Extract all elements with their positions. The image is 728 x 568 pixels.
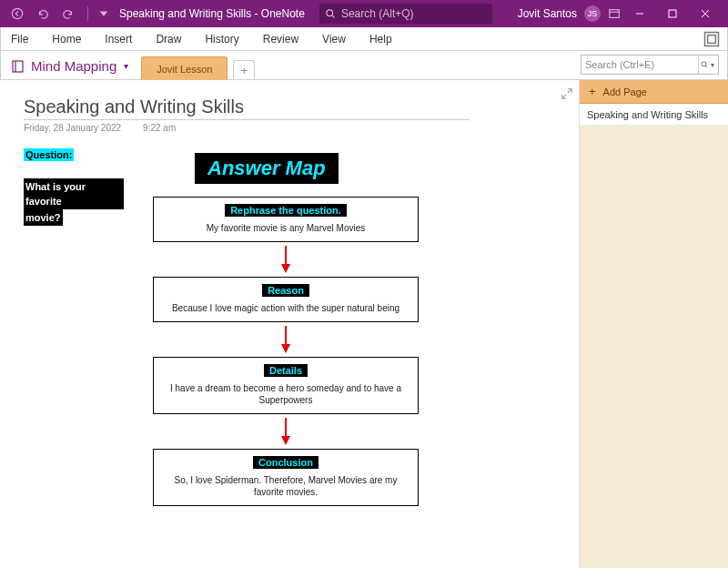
svg-point-1 xyxy=(327,10,333,16)
window-controls xyxy=(624,0,721,27)
page-body: Speaking and Writing Skills Friday, 28 J… xyxy=(0,80,564,149)
notebook-name: Mind Mapping xyxy=(31,58,116,74)
flow-text: Because I love magic action with the sup… xyxy=(159,302,412,314)
arrow-down-icon xyxy=(153,242,419,277)
notebook-bar: Mind Mapping ▾ Jovit Lesson + Search (Ct… xyxy=(0,51,728,80)
search-icon xyxy=(325,8,336,19)
back-button[interactable] xyxy=(7,4,27,24)
titlebar-search[interactable]: Search (Alt+Q) xyxy=(319,4,492,24)
answer-map-title-text: Answer Map xyxy=(195,153,339,184)
page-search-placeholder: Search (Ctrl+E) xyxy=(585,59,698,70)
flow-heading: Conclusion xyxy=(253,456,318,469)
notebook-selector[interactable]: Mind Mapping ▾ xyxy=(11,58,128,79)
svg-rect-2 xyxy=(610,10,620,18)
page-meta: Friday, 28 January 2022 9:22 am xyxy=(24,123,541,133)
document-title: Speaking and Writing Skills xyxy=(119,7,251,20)
ribbon-tab-view[interactable]: View xyxy=(318,28,349,50)
question-line-1: What is your favorite xyxy=(24,178,124,209)
ribbon-tab-file[interactable]: File xyxy=(7,28,32,50)
question-line-2: movie? xyxy=(24,209,63,226)
titlebar-left xyxy=(7,4,110,24)
svg-rect-4 xyxy=(705,32,719,46)
ribbon-tab-review[interactable]: Review xyxy=(259,28,302,50)
titlebar: Speaking and Writing Skills - OneNote Se… xyxy=(0,0,728,27)
section-tabs: Jovit Lesson + xyxy=(141,56,255,79)
svg-rect-6 xyxy=(13,61,23,72)
svg-rect-5 xyxy=(708,35,716,43)
title-underline xyxy=(24,119,470,120)
customize-qat-button[interactable] xyxy=(97,4,110,24)
titlebar-separator xyxy=(87,6,88,21)
page-title[interactable]: Speaking and Writing Skills xyxy=(24,96,541,117)
svg-point-7 xyxy=(701,62,705,66)
svg-marker-9 xyxy=(281,264,290,273)
app-name: - OneNote xyxy=(251,7,305,20)
add-page-button[interactable]: + Add Page xyxy=(580,80,728,104)
fullscreen-icon[interactable] xyxy=(703,30,721,48)
main-area: Speaking and Writing Skills Friday, 28 J… xyxy=(0,80,728,568)
page-list-item[interactable]: Speaking and Writing Skills xyxy=(580,104,728,126)
undo-button[interactable] xyxy=(33,4,53,24)
arrow-down-icon xyxy=(153,322,419,357)
flow-heading: Details xyxy=(264,364,308,377)
ribbon-tab-home[interactable]: Home xyxy=(48,28,85,50)
chevron-down-icon: ▾ xyxy=(711,61,714,69)
ribbon-display-button[interactable] xyxy=(604,4,624,24)
flow-box-rephrase: Rephrase the question. My favorite movie… xyxy=(153,197,419,242)
svg-rect-3 xyxy=(669,10,676,17)
page-search-button[interactable]: ▾ xyxy=(698,56,714,74)
user-account[interactable]: Jovit Santos JS xyxy=(518,5,601,22)
arrow-down-icon xyxy=(153,414,419,449)
svg-marker-11 xyxy=(281,344,290,353)
flow-chart: Rephrase the question. My favorite movie… xyxy=(153,197,419,506)
notebook-icon xyxy=(11,59,25,74)
window-title: Speaking and Writing Skills - OneNote xyxy=(119,7,305,20)
search-icon xyxy=(700,60,709,69)
section-tab-active[interactable]: Jovit Lesson xyxy=(141,56,228,80)
svg-point-0 xyxy=(12,8,22,18)
page-date: Friday, 28 January 2022 xyxy=(24,123,121,133)
plus-icon: + xyxy=(589,85,596,98)
redo-button[interactable] xyxy=(58,4,78,24)
ribbon-tab-help[interactable]: Help xyxy=(366,28,396,50)
close-button[interactable] xyxy=(690,0,721,27)
flow-text: My favorite movie is any Marvel Movies xyxy=(159,222,412,234)
flow-box-reason: Reason Because I love magic action with … xyxy=(153,277,419,322)
ribbon-tab-insert[interactable]: Insert xyxy=(101,28,136,50)
flow-heading: Rephrase the question. xyxy=(225,204,347,217)
flow-heading: Reason xyxy=(262,284,309,297)
ribbon: File Home Insert Draw History Review Vie… xyxy=(0,27,728,51)
question-text: What is your favorite movie? xyxy=(24,178,124,226)
question-label: Question: xyxy=(24,148,74,161)
page-list-panel: + Add Page Speaking and Writing Skills xyxy=(579,80,728,568)
avatar: JS xyxy=(584,5,601,22)
svg-marker-13 xyxy=(281,436,290,445)
flow-text: So, I love Spiderman. Therefore, Marvel … xyxy=(159,474,412,498)
page-search[interactable]: Search (Ctrl+E) ▾ xyxy=(581,55,719,75)
ribbon-tab-history[interactable]: History xyxy=(201,28,242,50)
minimize-button[interactable] xyxy=(624,0,655,27)
ribbon-tab-draw[interactable]: Draw xyxy=(152,28,185,50)
answer-map-title: Answer Map xyxy=(195,153,339,184)
maximize-button[interactable] xyxy=(657,0,688,27)
titlebar-search-placeholder: Search (Alt+Q) xyxy=(341,7,414,20)
user-name: Jovit Santos xyxy=(518,7,577,20)
flow-box-conclusion: Conclusion So, I love Spiderman. Therefo… xyxy=(153,449,419,506)
add-page-label: Add Page xyxy=(603,86,647,97)
flow-box-details: Details I have a dream to become a hero … xyxy=(153,357,419,414)
page-list-empty xyxy=(580,126,728,568)
flow-text: I have a dream to become a hero someday … xyxy=(159,382,412,406)
chevron-down-icon: ▾ xyxy=(124,61,128,71)
question-block: Question: What is your favorite movie? xyxy=(24,146,124,226)
note-canvas[interactable]: Speaking and Writing Skills Friday, 28 J… xyxy=(0,80,579,568)
page-time: 9:22 am xyxy=(143,123,176,133)
add-section-button[interactable]: + xyxy=(233,60,255,80)
